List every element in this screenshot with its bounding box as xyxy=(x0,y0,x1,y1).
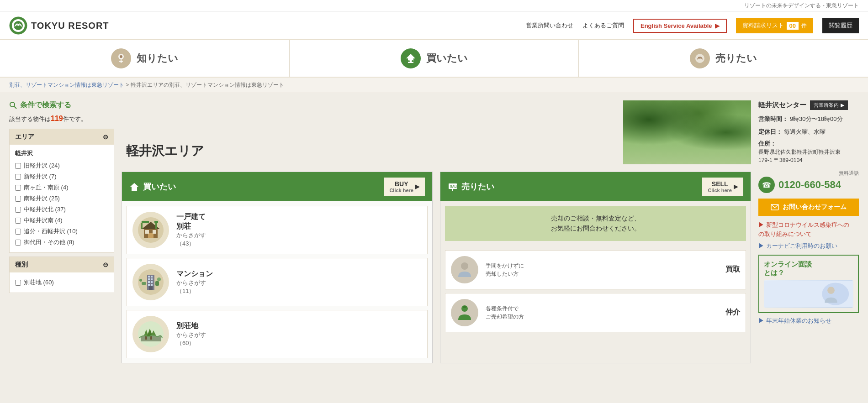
request-list-label: 資料請求リスト xyxy=(742,21,784,30)
sell-consult-text: 売却のご相談・無料査定など、 お気軽にお問合わせください。 xyxy=(551,215,640,232)
filter-item-kyukaruizawa[interactable]: 旧軽井沢 (24) xyxy=(15,160,108,171)
breadcrumb-separator: > xyxy=(126,82,130,88)
svg-rect-46 xyxy=(452,189,453,191)
filter-checkbox-minamigaoka[interactable] xyxy=(15,185,21,191)
house-prop-sub: からさがす xyxy=(176,231,422,240)
type-filter-label: 種別 xyxy=(15,261,28,269)
svg-rect-21 xyxy=(141,223,143,229)
filter-item-minamigaoka[interactable]: 南ヶ丘・南原 (4) xyxy=(15,182,108,193)
faq-link[interactable]: よくあるご質問 xyxy=(582,21,624,30)
property-item-mansion[interactable]: マンション からさがす （11） xyxy=(127,258,428,306)
chukai-option-label: 仲介 xyxy=(725,308,740,317)
filter-item-shinkaruizawa[interactable]: 新軽井沢 (7) xyxy=(15,171,108,182)
nav-shiritai-label: 知りたい xyxy=(137,52,178,65)
online-meeting-title: オンライン面談 とは？ xyxy=(764,260,853,277)
svg-rect-44 xyxy=(150,336,152,340)
svg-marker-18 xyxy=(142,221,145,223)
count-number: 119 xyxy=(51,115,63,122)
property-item-house[interactable]: 一戸建て別荘 からさがす （43） xyxy=(127,206,428,254)
logo-area[interactable]: TOKYU RESORT xyxy=(9,16,109,35)
year-end-link[interactable]: ▶ 年末年始休業のお知らせ xyxy=(758,317,859,325)
contact-link[interactable]: 営業所問い合わせ xyxy=(526,21,573,30)
navi-link[interactable]: ▶ カーナビご利用時のお願い xyxy=(758,242,859,250)
english-service-button[interactable]: English Service Available ▶ xyxy=(633,19,727,33)
online-meeting-image xyxy=(764,280,853,308)
navigation-bar: 知りたい 買いたい 売りたい xyxy=(0,40,868,78)
filter-checkbox-nakakaruizawa-south[interactable] xyxy=(15,218,21,224)
logo-text: TOKYU RESORT xyxy=(31,21,109,31)
nav-shiritai[interactable]: 知りたい xyxy=(0,40,290,77)
covid-link[interactable]: ▶ 新型コロナウイルス感染症への の取り組みについて xyxy=(758,220,859,238)
buy-btn-sub: Click here xyxy=(389,188,413,193)
filter-item-nakakaruizawa-north[interactable]: 中軽井沢北 (37) xyxy=(15,204,108,215)
inquiry-form-button[interactable]: お問い合わせフォーム xyxy=(758,199,859,216)
area-filter-header[interactable]: エリア ⊖ xyxy=(10,129,114,145)
type-filter-header[interactable]: 種別 ⊖ xyxy=(10,257,114,272)
search-title: 条件で検索する xyxy=(9,100,114,110)
filter-item-nakakaruizawa-south[interactable]: 中軽井沢南 (4) xyxy=(15,215,108,226)
buy-section-header: 買いたい BUY Click here ▶ xyxy=(122,172,432,201)
play-icon: ▶ xyxy=(841,102,844,108)
count-prefix: 該当する物件は xyxy=(9,115,51,122)
buy-sell-grid: 買いたい BUY Click here ▶ xyxy=(122,172,751,363)
sell-option-chukai[interactable]: 各種条件付で ご売却希望の方 仲介 xyxy=(445,293,746,332)
svg-rect-34 xyxy=(142,282,146,285)
mansion-icon-circle xyxy=(132,264,169,300)
svg-rect-17 xyxy=(153,230,156,234)
filter-item-miyota[interactable]: 御代田・その他 (8) xyxy=(15,237,108,248)
right-sidebar: 軽井沢センター 営業所案内 ▶ 営業時間： 9時30分〜18時00分 定休日： … xyxy=(758,100,859,325)
phone-block: 無料通話 ☎ 0120-660-584 xyxy=(758,170,859,193)
sell-option-kaitori[interactable]: 手間をかけずに 売却したい方 買取 xyxy=(445,250,746,289)
house-prop-name: 一戸建て別荘 xyxy=(176,212,422,231)
filter-checkbox-oiwake[interactable] xyxy=(15,229,21,235)
sell-title-label: 売りたい xyxy=(461,181,494,192)
house-prop-info: 一戸建て別荘 からさがす （43） xyxy=(176,212,422,248)
bessochi-prop-name: 別荘地 xyxy=(176,321,422,331)
filter-checkbox-nakakaruizawa-north[interactable] xyxy=(15,207,21,213)
filter-item-minamikaruizawa[interactable]: 南軽井沢 (25) xyxy=(15,193,108,204)
breadcrumb-home[interactable]: 別荘、リゾートマンション情報は東急リゾート xyxy=(9,82,124,88)
filter-item-oiwake[interactable]: 追分・西軽井沢 (10) xyxy=(15,226,108,237)
property-item-bessochi[interactable]: 別荘地 からさがす （60） xyxy=(127,310,428,358)
buy-property-items: 一戸建て別荘 からさがす （43） xyxy=(122,201,432,363)
svg-rect-32 xyxy=(151,284,153,286)
site-tagline: リゾートの未来をデザインする - 東急リゾート xyxy=(744,2,859,9)
phone-number-row: ☎ 0120-660-584 xyxy=(758,177,859,193)
nav-kaitai[interactable]: 買いたい xyxy=(290,40,579,77)
filter-checkbox-minamikaruizawa[interactable] xyxy=(15,196,21,202)
buy-house-icon xyxy=(129,182,139,192)
sell-section-header: SALE 売りたい SELL Click here ▶ xyxy=(440,172,751,201)
office-info-button[interactable]: 営業所案内 ▶ xyxy=(810,100,848,110)
svg-rect-33 xyxy=(149,286,153,290)
nav-uritai[interactable]: 売りたい xyxy=(579,40,868,77)
svg-rect-25 xyxy=(148,276,150,277)
buy-click-here-button[interactable]: BUY Click here ▶ xyxy=(384,178,425,196)
filter-checkbox-miyota[interactable] xyxy=(15,240,21,246)
area-image-inner xyxy=(623,100,751,164)
area-header: 軽井沢エリア xyxy=(122,100,751,164)
svg-point-8 xyxy=(412,60,413,62)
filter-checkbox-shinkaruizawa[interactable] xyxy=(15,174,21,180)
svg-rect-29 xyxy=(148,281,150,283)
sell-click-here-button[interactable]: SELL Click here ▶ xyxy=(702,178,743,196)
svg-point-4 xyxy=(120,55,122,58)
svg-marker-19 xyxy=(145,221,149,223)
area-group-label: 軽井沢 xyxy=(15,149,108,157)
business-hours-value: 9時30分〜18時00分 xyxy=(790,115,843,122)
online-meeting-box[interactable]: オンライン面談 とは？ xyxy=(758,255,859,313)
main-header: TOKYU RESORT 営業所問い合わせ よくあるご質問 English Se… xyxy=(0,12,868,40)
svg-rect-27 xyxy=(148,278,150,280)
bessochi-icon-circle xyxy=(132,316,169,352)
request-count-badge: 00 xyxy=(787,22,799,30)
house-icon-circle xyxy=(132,212,169,248)
request-list-button[interactable]: 資料請求リスト 00 件 xyxy=(736,18,813,33)
sell-section-title: SALE 売りたい xyxy=(448,181,494,192)
svg-rect-16 xyxy=(145,230,149,234)
filter-checkbox-bessochi[interactable] xyxy=(15,280,21,286)
nav-kaitai-label: 買いたい xyxy=(426,52,468,65)
history-button[interactable]: 閲覧履歴 xyxy=(822,18,859,33)
filter-checkbox-kyukaruizawa[interactable] xyxy=(15,163,21,169)
filter-item-bessochi[interactable]: 別荘地 (60) xyxy=(15,277,108,288)
buy-section-title: 買いたい xyxy=(129,181,176,192)
request-count-unit: 件 xyxy=(801,22,807,30)
